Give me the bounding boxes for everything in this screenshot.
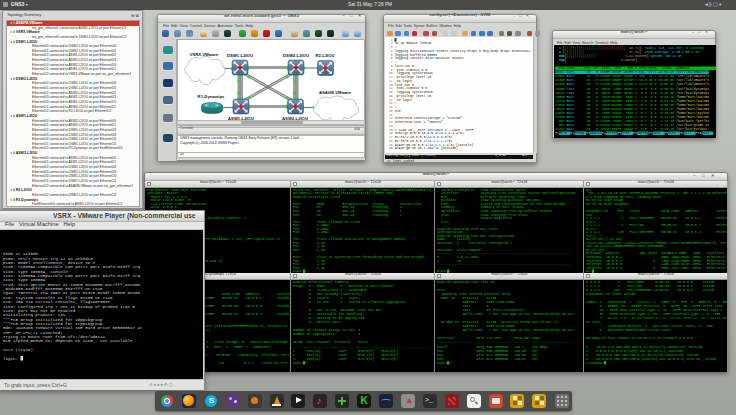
svg-text:VSRX-VMware: VSRX-VMware <box>190 52 219 57</box>
svg-text:R1-Dynamips: R1-Dynamips <box>198 94 225 99</box>
svg-text:DSW2-L2IOU: DSW2-L2IOU <box>283 53 309 58</box>
svg-text:R2-L3IOU: R2-L3IOU <box>315 53 334 58</box>
svg-text:ASAVM-VMware: ASAVM-VMware <box>319 90 352 95</box>
svg-text:DSW1-L2IOU: DSW1-L2IOU <box>227 53 253 58</box>
